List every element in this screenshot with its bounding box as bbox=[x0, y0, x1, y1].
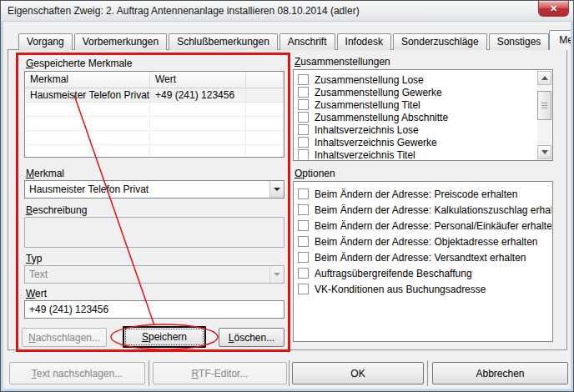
checkbox-unchecked-icon[interactable] bbox=[298, 236, 309, 247]
merkmal-combobox-value: Hausmeister Telefon Privat bbox=[25, 183, 269, 195]
scrollbar-thumb[interactable] bbox=[537, 91, 551, 120]
chevron-down-icon bbox=[274, 188, 280, 191]
checkbox-unchecked-icon[interactable] bbox=[298, 188, 309, 199]
column-header-wert[interactable]: Wert bbox=[150, 72, 246, 88]
checkbox-unchecked-icon[interactable] bbox=[298, 220, 309, 231]
checkbox-item-zusammenstellung-abschnitte[interactable]: Zusammenstellung Abschnitte bbox=[295, 111, 537, 123]
column-header-extra[interactable] bbox=[246, 72, 284, 88]
checkbox-unchecked-icon[interactable] bbox=[298, 112, 309, 123]
checkbox-unchecked-icon[interactable] bbox=[298, 284, 309, 294]
ok-button[interactable]: OK bbox=[292, 362, 424, 384]
checkbox-item-versandtext-erhalten[interactable]: Beim Ändern der Adresse: Versandtext erh… bbox=[295, 249, 551, 265]
typ-combobox: Text bbox=[24, 265, 284, 284]
checkbox-item-inhaltsverzeichnis-titel[interactable]: Inhaltsverzeichnis Titel bbox=[295, 148, 537, 159]
zusammenstellungen-listbox: Zusammenstellung Lose Zusammenstellung G… bbox=[293, 69, 553, 161]
checkbox-item-preiscode-erhalten[interactable]: Beim Ändern der Adresse: Preiscode erhal… bbox=[295, 186, 551, 202]
checkbox-unchecked-icon[interactable] bbox=[298, 268, 309, 279]
cell-wert: +49 (241) 123456 bbox=[150, 88, 246, 103]
tab-sonderzuschlaege[interactable]: Sonderzuschläge bbox=[393, 33, 487, 50]
empty-table-row bbox=[25, 145, 284, 158]
cell-merkmal: Hausmeister Telefon Privat bbox=[25, 88, 150, 103]
beschreibung-label: Beschreibung bbox=[26, 204, 87, 216]
checkbox-item-personal-einkaeufer-erhalten[interactable]: Beim Ändern der Adresse: Personal/Einkäu… bbox=[295, 218, 551, 234]
checkbox-item-inhaltsverzeichnis-gewerke[interactable]: Inhaltsverzeichnis Gewerke bbox=[295, 136, 537, 148]
wert-label: Wert bbox=[26, 288, 47, 299]
title-bar[interactable]: Eigenschaften Zweig: 2. Auftrag Antennen… bbox=[1, 1, 573, 22]
checkbox-item-vk-konditionen[interactable]: VK-Konditionen aus Buchungsadresse bbox=[295, 281, 551, 297]
rtf-editor-button: RTF-Editor... bbox=[153, 362, 287, 384]
merkmal-label: Merkmal bbox=[26, 168, 64, 179]
checkbox-item-zusammenstellung-titel[interactable]: Zusammenstellung Titel bbox=[295, 98, 537, 111]
tab-anschrift[interactable]: Anschrift bbox=[279, 33, 335, 50]
checkbox-unchecked-icon[interactable] bbox=[298, 124, 309, 135]
checkbox-unchecked-icon[interactable] bbox=[298, 137, 309, 148]
typ-label: Typ bbox=[26, 253, 42, 264]
checkbox-item-zusammenstellung-gewerke[interactable]: Zusammenstellung Gewerke bbox=[295, 86, 537, 98]
checkbox-item-objektadresse-erhalten[interactable]: Beim Ändern der Adresse: Objektadresse e… bbox=[295, 234, 551, 249]
table-row[interactable]: Hausmeister Telefon Privat +49 (241) 123… bbox=[25, 88, 284, 103]
beschreibung-field bbox=[24, 217, 284, 248]
window-title: Eigenschaften Zweig: 2. Auftrag Antennen… bbox=[8, 1, 360, 21]
merkmal-combobox[interactable]: Hausmeister Telefon Privat bbox=[24, 180, 284, 199]
zusammenstellungen-label: Zusammenstellungen bbox=[295, 56, 390, 68]
typ-dropdown-button bbox=[269, 266, 284, 283]
close-icon: ✕ bbox=[550, 3, 557, 13]
abbrechen-button[interactable]: Abbrechen bbox=[432, 362, 568, 384]
loeschen-button[interactable]: Löschen... bbox=[219, 328, 284, 347]
scroll-up-button[interactable] bbox=[537, 71, 551, 85]
wert-input[interactable] bbox=[24, 300, 284, 319]
arrow-up-icon bbox=[541, 76, 548, 80]
tab-vorgang[interactable]: Vorgang bbox=[18, 33, 73, 50]
checkbox-item-inhaltsverzeichnis-lose[interactable]: Inhaltsverzeichnis Lose bbox=[295, 123, 537, 136]
empty-table-row bbox=[25, 131, 284, 145]
merkmal-dropdown-button[interactable] bbox=[269, 181, 284, 198]
tab-strip: Vorgang Vorbemerkungen Schlußbemerkungen… bbox=[18, 30, 574, 50]
checkbox-unchecked-icon[interactable] bbox=[298, 87, 309, 98]
empty-table-row bbox=[25, 103, 284, 117]
footer-divider bbox=[427, 360, 428, 386]
nachschlagen-button: Nachschlagen... bbox=[22, 328, 107, 347]
table-header: Merkmal Wert bbox=[25, 72, 284, 88]
checkbox-item-zusammenstellung-lose[interactable]: Zusammenstellung Lose bbox=[295, 73, 537, 86]
footer-divider bbox=[289, 360, 290, 386]
typ-combobox-value: Text bbox=[25, 269, 269, 280]
empty-table-row bbox=[25, 117, 284, 131]
checkbox-unchecked-icon[interactable] bbox=[298, 204, 309, 215]
tab-schlussbemerkungen[interactable]: Schlußbemerkungen bbox=[169, 33, 278, 50]
scroll-down-button[interactable] bbox=[537, 145, 551, 159]
scrollbar[interactable] bbox=[537, 71, 551, 159]
checkbox-unchecked-icon[interactable] bbox=[298, 99, 309, 110]
optionen-label: Optionen bbox=[295, 168, 335, 179]
arrow-down-icon bbox=[541, 150, 548, 154]
thumb-grip-icon bbox=[541, 103, 547, 108]
close-button[interactable]: ✕ bbox=[538, 1, 569, 17]
tab-merkmale-optionen[interactable]: Merkmale & Optionen bbox=[549, 30, 574, 50]
text-nachschlagen-button: Text nachschlagen... bbox=[9, 362, 145, 384]
optionen-listbox: Beim Ändern der Adresse: Preiscode erhal… bbox=[293, 181, 553, 342]
checkbox-unchecked-icon[interactable] bbox=[298, 74, 309, 85]
checkbox-unchecked-icon[interactable] bbox=[298, 149, 309, 159]
speichern-button[interactable]: Speichern bbox=[123, 326, 206, 348]
properties-dialog: Eigenschaften Zweig: 2. Auftrag Antennen… bbox=[0, 0, 574, 392]
saved-features-label: Gespeicherte Merkmale bbox=[26, 58, 132, 69]
saved-features-table: Merkmal Wert Hausmeister Telefon Privat … bbox=[24, 71, 284, 158]
checkbox-item-kalkulationszuschlag-erhalten[interactable]: Beim Ändern der Adresse: Kalkulationszus… bbox=[295, 202, 551, 218]
tab-vorbemerkungen[interactable]: Vorbemerkungen bbox=[74, 33, 167, 50]
chevron-down-icon bbox=[274, 273, 280, 276]
checkbox-unchecked-icon[interactable] bbox=[298, 252, 309, 263]
footer-divider bbox=[149, 360, 149, 386]
tab-infodesk[interactable]: Infodesk bbox=[337, 33, 391, 50]
column-header-merkmal[interactable]: Merkmal bbox=[25, 72, 150, 88]
tab-sonstiges[interactable]: Sonstiges bbox=[489, 33, 550, 50]
checkbox-item-auftragsuebergreifende-beschaffung[interactable]: Auftragsübergreifende Beschaffung bbox=[295, 265, 551, 281]
